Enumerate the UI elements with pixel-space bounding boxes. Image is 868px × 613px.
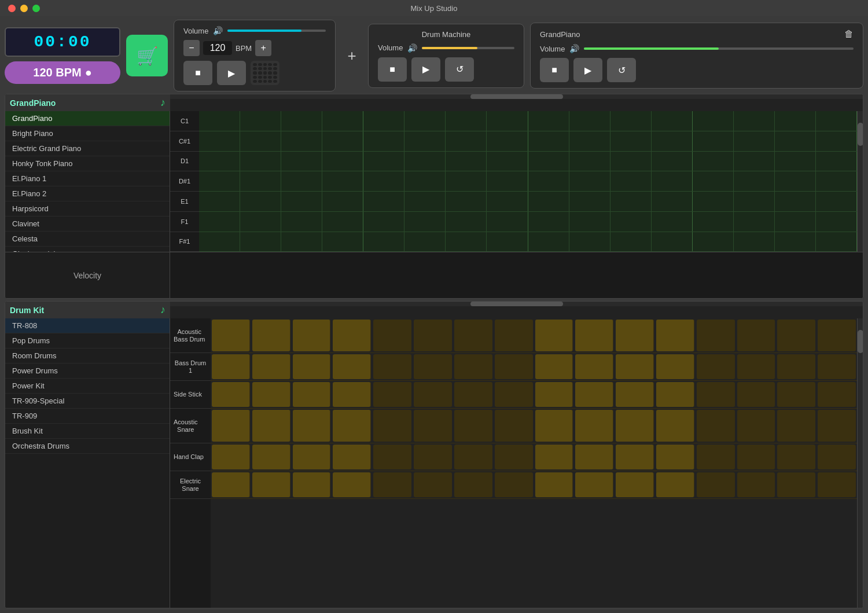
note-cell[interactable] <box>199 111 240 131</box>
drum-cell[interactable] <box>777 320 815 351</box>
drum-cell[interactable] <box>616 445 654 469</box>
instrument-item[interactable]: Electric Grand Piano <box>5 141 170 156</box>
drum-cell[interactable] <box>414 445 452 469</box>
note-cell[interactable] <box>569 111 610 131</box>
drum-cell[interactable] <box>575 410 613 442</box>
note-cell[interactable] <box>404 171 446 191</box>
drum-cell[interactable] <box>293 382 331 407</box>
drum-cell[interactable] <box>333 472 371 497</box>
note-cell[interactable] <box>199 212 240 232</box>
drum-cell[interactable] <box>495 354 533 379</box>
note-cell[interactable] <box>775 131 816 151</box>
note-cell[interactable] <box>816 111 857 131</box>
grand-piano-stop-button[interactable]: ■ <box>540 58 569 82</box>
drum-row[interactable] <box>211 409 857 443</box>
main-play-button[interactable]: ▶ <box>217 61 246 85</box>
drum-cell[interactable] <box>414 382 452 407</box>
note-cell[interactable] <box>281 152 322 171</box>
instrument-item[interactable]: Clavinet <box>5 216 170 232</box>
note-cell[interactable] <box>487 212 528 232</box>
drum-cell[interactable] <box>656 410 694 442</box>
note-cell[interactable] <box>240 152 281 171</box>
note-cell[interactable] <box>363 192 404 211</box>
drum-cell[interactable] <box>697 410 735 442</box>
drum-cell[interactable] <box>252 320 290 351</box>
drum-cell[interactable] <box>697 382 735 407</box>
note-cell[interactable] <box>652 232 693 252</box>
drum-cell[interactable] <box>535 382 573 407</box>
note-cell[interactable] <box>240 171 281 191</box>
note-cell[interactable] <box>693 171 734 191</box>
note-cell[interactable] <box>693 212 734 232</box>
note-cell[interactable] <box>446 232 487 252</box>
note-row[interactable] <box>199 171 857 192</box>
drum-cell[interactable] <box>777 410 815 442</box>
drum-cell[interactable] <box>293 410 331 442</box>
note-cell[interactable] <box>281 192 322 211</box>
note-cell[interactable] <box>199 232 240 252</box>
note-cell[interactable] <box>569 171 610 191</box>
note-cell[interactable] <box>281 232 322 252</box>
note-cell[interactable] <box>652 131 693 151</box>
drum-cell[interactable] <box>575 472 613 497</box>
drum-cell[interactable] <box>818 410 856 442</box>
note-cell[interactable] <box>446 171 487 191</box>
drum-cell[interactable] <box>252 382 290 407</box>
drum-cell[interactable] <box>737 472 775 497</box>
drum-cell[interactable] <box>737 382 775 407</box>
drum-kit-item[interactable]: Pop Drums <box>5 333 170 348</box>
velocity-grid[interactable] <box>170 252 863 298</box>
note-cell[interactable] <box>816 152 857 171</box>
drum-cell[interactable] <box>818 382 856 407</box>
note-cell[interactable] <box>322 212 363 232</box>
note-cell[interactable] <box>404 152 446 171</box>
instrument-item[interactable]: Honky Tonk Piano <box>5 156 170 171</box>
drum-cell[interactable] <box>454 410 492 442</box>
note-cell[interactable] <box>404 192 446 211</box>
instrument-item[interactable]: Celesta <box>5 232 170 247</box>
drum-cell[interactable] <box>414 320 452 351</box>
drum-cell[interactable] <box>616 354 654 379</box>
drum-cell[interactable] <box>373 354 411 379</box>
note-cell[interactable] <box>322 111 363 131</box>
drum-cell[interactable] <box>737 445 775 469</box>
note-cell[interactable] <box>693 232 734 252</box>
note-cell[interactable] <box>199 131 240 151</box>
note-cell[interactable] <box>446 131 487 151</box>
instrument-list[interactable]: GrandPianoBright PianoElectric Grand Pia… <box>5 111 170 252</box>
note-cell[interactable] <box>322 171 363 191</box>
drum-cell[interactable] <box>333 320 371 351</box>
note-cell[interactable] <box>322 131 363 151</box>
note-cell[interactable] <box>363 212 404 232</box>
note-cell[interactable] <box>734 232 775 252</box>
drum-cell[interactable] <box>373 472 411 497</box>
drum-machine-volume-slider[interactable] <box>422 47 514 49</box>
drum-cell[interactable] <box>212 320 250 351</box>
note-cell[interactable] <box>240 131 281 151</box>
drum-machine-reset-button[interactable]: ↺ <box>445 57 474 82</box>
note-cell[interactable] <box>734 212 775 232</box>
drum-cell[interactable] <box>212 445 250 469</box>
drum-cell[interactable] <box>656 320 694 351</box>
note-cell[interactable] <box>693 131 734 151</box>
maximize-button[interactable] <box>32 5 40 12</box>
drum-row[interactable] <box>211 381 857 409</box>
drum-cell[interactable] <box>697 445 735 469</box>
note-cell[interactable] <box>528 232 569 252</box>
drum-row[interactable] <box>211 318 857 353</box>
drum-row[interactable] <box>211 353 857 381</box>
note-cell[interactable] <box>775 212 816 232</box>
note-row[interactable] <box>199 131 857 152</box>
drum-kit-item[interactable]: TR-808 <box>5 318 170 333</box>
instrument-item[interactable]: Glockenspiel <box>5 247 170 252</box>
drum-cell[interactable] <box>212 382 250 407</box>
drum-cell[interactable] <box>333 410 371 442</box>
drum-cell[interactable] <box>373 445 411 469</box>
note-row[interactable] <box>199 192 857 212</box>
note-cell[interactable] <box>240 232 281 252</box>
instrument-item[interactable]: Harpsicord <box>5 201 170 216</box>
drum-cell[interactable] <box>454 445 492 469</box>
note-cell[interactable] <box>199 171 240 191</box>
drum-cell[interactable] <box>535 410 573 442</box>
bpm-minus-button[interactable]: − <box>183 40 200 56</box>
